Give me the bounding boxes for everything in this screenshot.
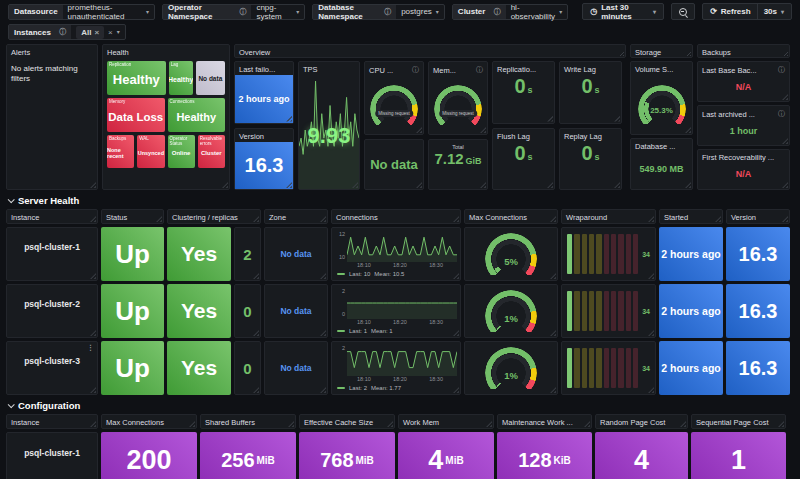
col-zone[interactable]: Zone [264, 209, 328, 224]
info-icon[interactable]: ⓘ [239, 7, 246, 17]
col-max-connections[interactable]: Max Connections [464, 209, 558, 224]
close-icon[interactable]: × [94, 28, 99, 37]
refresh-controls[interactable]: ⟳ Refresh 30s ▾ [702, 3, 792, 20]
replicas-count: 2 [234, 227, 261, 281]
col-started[interactable]: Started [659, 209, 723, 224]
col-connections[interactable]: Connections [331, 209, 461, 224]
storage-title: Storage [631, 45, 692, 58]
last-base-backup-panel: Last Base Bac...ⓘ N/A [697, 61, 790, 102]
var-instances[interactable]: Instances ⓘ All× × ▾ [8, 24, 126, 40]
flush-lag-title[interactable]: Flush Lag [493, 129, 554, 142]
refresh-label[interactable]: Refresh [721, 7, 751, 16]
chevron-down-icon[interactable]: ▾ [781, 9, 784, 15]
col-max-connections[interactable]: Max Connections [101, 414, 197, 429]
flush-lag-value: 0 [514, 142, 525, 165]
chevron-down-icon[interactable]: ▾ [436, 9, 439, 15]
health-panel-title[interactable]: Health [103, 45, 229, 58]
health-tile-memory: MemoryData Loss [107, 98, 165, 132]
health-tile-operator: Operator StatusOnline [168, 135, 195, 168]
var-cluster[interactable]: Cluster ⓘ hl-observability▾ [452, 4, 568, 20]
legend-mean[interactable]: Mean: 1 [371, 328, 393, 334]
chevron-down-icon[interactable]: ▾ [559, 9, 562, 15]
last-base-backup-title[interactable]: Last Base Bac...ⓘ [698, 62, 789, 76]
col-sequential-page-cost[interactable]: Sequential Page Cost [691, 414, 786, 429]
info-icon[interactable]: ⓘ [476, 65, 483, 75]
mem-panel: Mem...ⓘ Missing request [428, 61, 488, 135]
volume-title[interactable]: Volume S... [631, 62, 692, 75]
chevron-down-icon[interactable]: ▾ [146, 9, 149, 15]
database-size-title[interactable]: Database ... [631, 139, 692, 152]
write-lag-title[interactable]: Write Lag [560, 62, 621, 75]
panel-menu-icon[interactable]: ⋮ [87, 344, 94, 352]
var-database-namespace-value[interactable]: postgres▾ [396, 5, 444, 19]
info-icon[interactable]: ⓘ [778, 109, 785, 119]
configuration-row-1: psql-cluster-1 200 256MiB 768MiB 4MiB 12… [6, 432, 794, 479]
info-icon[interactable]: ⓘ [494, 7, 501, 17]
backups-header[interactable]: Backups [697, 44, 790, 58]
version-title[interactable]: Version [235, 129, 293, 142]
overview-header[interactable]: Overview [234, 44, 626, 58]
clear-all-icon[interactable]: × [108, 28, 113, 37]
refresh-interval[interactable]: 30s [764, 7, 777, 16]
last-failover-title[interactable]: Last failo... [235, 62, 293, 75]
instance-name: psql-cluster-2 [6, 284, 98, 338]
first-recoverability-title[interactable]: First Recoverability ... [698, 150, 789, 163]
legend-last[interactable]: Last: 2 [349, 385, 367, 391]
info-icon[interactable]: ⓘ [778, 65, 785, 75]
max-connections-panel: 5% [464, 227, 558, 281]
col-random-page-cost[interactable]: Random Page Cost [595, 414, 688, 429]
instances-selected-chip[interactable]: All× [76, 26, 104, 39]
storage-header[interactable]: Storage [630, 44, 693, 58]
col-clustering[interactable]: Clustering / replicas [167, 209, 261, 224]
info-icon[interactable]: ⓘ [412, 65, 419, 75]
tps-title[interactable]: TPS [299, 62, 359, 75]
col-shared-buffers[interactable]: Shared Buffers [200, 414, 296, 429]
col-maintenance-work-mem[interactable]: Maintenance Work ... [497, 414, 592, 429]
var-datasource[interactable]: Datasource prometheus-unauthenticated▾ [8, 4, 155, 20]
var-datasource-value[interactable]: prometheus-unauthenticated▾ [63, 5, 154, 19]
col-wraparound[interactable]: Wraparound [561, 209, 656, 224]
var-operator-namespace-value[interactable]: cnpg-system▾ [251, 5, 304, 19]
mem-total-unit: GiB [466, 156, 482, 166]
col-instance[interactable]: Instance [6, 414, 98, 429]
var-instances-value[interactable]: All× × ▾ [71, 25, 125, 39]
legend-last[interactable]: Last: 10 [349, 271, 370, 277]
legend-mean[interactable]: Mean: 1.77 [371, 385, 401, 391]
configuration-section-title: Configuration [18, 400, 80, 411]
replication-lag-title[interactable]: Replicatio... [493, 62, 554, 75]
info-icon[interactable]: ⓘ [59, 27, 66, 37]
mem-title[interactable]: Mem...ⓘ [429, 62, 487, 76]
last-archived-title[interactable]: Last archived ...ⓘ [698, 106, 789, 120]
chevron-down-icon[interactable]: ▾ [117, 29, 120, 35]
cpu-title[interactable]: CPU ...ⓘ [365, 62, 423, 76]
var-cluster-value[interactable]: hl-observability▾ [506, 5, 567, 19]
alerts-panel-title[interactable]: Alerts [7, 45, 97, 58]
info-icon[interactable]: ⓘ [384, 7, 391, 17]
refresh-icon[interactable]: ⟳ [710, 7, 717, 16]
legend-last[interactable]: Last: 1 [349, 328, 367, 334]
x-axis-tick: 18:30 [429, 262, 443, 269]
wraparound-bars [567, 291, 638, 331]
max-connections-tile: 200 [101, 432, 197, 479]
chevron-down-icon[interactable]: ▾ [296, 9, 299, 15]
server-health-row-2: psql-cluster-2 Up Yes 0 No data 20 18:10… [6, 284, 794, 338]
legend-mean[interactable]: Mean: 10.5 [374, 271, 404, 277]
col-instance[interactable]: Instance [6, 209, 98, 224]
server-health-section-header[interactable]: Server Health [6, 190, 794, 209]
col-work-mem[interactable]: Work Mem [398, 414, 494, 429]
zoom-out-time-button[interactable] [671, 3, 695, 20]
var-cluster-current: hl-observability [511, 3, 555, 21]
y-axis-tick: 0 [335, 311, 345, 317]
connections-chart [347, 230, 457, 262]
var-operator-namespace[interactable]: Operator Namespace ⓘ cnpg-system▾ [162, 4, 305, 20]
col-status[interactable]: Status [101, 209, 164, 224]
var-database-namespace[interactable]: Database Namespace ⓘ postgres▾ [312, 4, 445, 20]
wraparound-value: 34 [642, 365, 650, 372]
col-version[interactable]: Version [726, 209, 790, 224]
col-effective-cache-size[interactable]: Effective Cache Size [299, 414, 395, 429]
replay-lag-title[interactable]: Replay Lag [560, 129, 621, 142]
configuration-section-header[interactable]: Configuration [6, 395, 794, 414]
clustering-cell: Yes 0 [167, 284, 261, 338]
time-range-picker[interactable]: ◷ Last 30 minutes ▾ [582, 3, 664, 20]
wraparound-value: 34 [642, 308, 650, 315]
